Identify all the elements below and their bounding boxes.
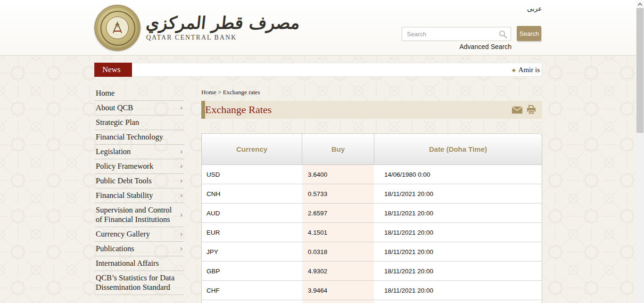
sidebar-item-public-debt-tools[interactable]: Public Debt Tools › bbox=[94, 174, 184, 188]
chevron-right-icon: › bbox=[180, 210, 183, 220]
qcb-seal-icon bbox=[94, 5, 140, 51]
sidebar-item-financial-stability[interactable]: Financial Stability › bbox=[94, 188, 184, 203]
search-input[interactable] bbox=[402, 27, 511, 41]
table-row: CNH 0.5733 18/11/2021 20:00 bbox=[202, 184, 542, 204]
qcb-logo[interactable]: مصرف قطر المركزي QATAR CENTRAL BANK bbox=[94, 5, 300, 51]
title-accent-bar bbox=[201, 101, 205, 119]
table-row-partial bbox=[202, 300, 542, 303]
search-box bbox=[402, 27, 511, 41]
chevron-right-icon: › bbox=[180, 191, 183, 200]
sidebar-item-strategic-plan[interactable]: Strategic Plan bbox=[94, 115, 184, 130]
sidebar-item-about-qcb[interactable]: About QCB › bbox=[94, 101, 184, 115]
column-header-date: Date (Doha Time) bbox=[374, 134, 542, 164]
breadcrumb-separator: > bbox=[218, 89, 221, 96]
news-label: News bbox=[94, 63, 132, 77]
diamond-bullet-icon: ◆ bbox=[512, 67, 516, 73]
page-title: Exchange Rates bbox=[205, 104, 272, 116]
news-bar: News ◆ Amir is bbox=[94, 63, 542, 77]
table-row: AUD 2.6597 18/11/2021 20:00 bbox=[202, 204, 542, 223]
vertical-scrollbar[interactable] bbox=[636, 0, 644, 303]
site-header: مصرف قطر المركزي QATAR CENTRAL BANK عربى… bbox=[0, 0, 644, 56]
table-row: EUR 4.1501 18/11/2021 20:00 bbox=[202, 223, 542, 242]
search-icon[interactable] bbox=[498, 30, 507, 39]
chevron-right-icon: › bbox=[180, 162, 183, 171]
chevron-right-icon: › bbox=[180, 103, 183, 113]
breadcrumb-current: Exchange rates bbox=[223, 89, 260, 96]
arabic-language-link[interactable]: عربى bbox=[527, 5, 542, 12]
chevron-right-icon: › bbox=[180, 229, 183, 239]
table-row: JPY 0.0318 18/11/2021 20:00 bbox=[202, 242, 542, 262]
bank-name-english: QATAR CENTRAL BANK bbox=[146, 34, 300, 41]
advanced-search-link[interactable]: Advanced Search bbox=[424, 43, 512, 50]
email-icon[interactable] bbox=[512, 106, 523, 114]
breadcrumb: Home > Exchange rates bbox=[201, 89, 542, 96]
search-button[interactable]: Search bbox=[517, 26, 541, 41]
table-row: USD 3.6400 14/06/1980 0:00 bbox=[202, 165, 542, 184]
print-icon[interactable] bbox=[526, 105, 537, 115]
sidebar-item-publications[interactable]: Publications › bbox=[94, 242, 184, 256]
scroll-up-arrow[interactable] bbox=[636, 0, 644, 8]
sidebar-item-financial-technology[interactable]: Financial Technology bbox=[94, 130, 184, 145]
sidebar-item-international-affairs[interactable]: International Affairs bbox=[94, 256, 184, 271]
sidebar-item-supervision[interactable]: Supervision and Control of Financial Ins… bbox=[94, 203, 184, 227]
news-ticker: ◆ Amir is bbox=[132, 63, 542, 77]
column-header-currency: Currency bbox=[202, 134, 302, 164]
chevron-right-icon: › bbox=[180, 176, 183, 186]
emblem-icon bbox=[111, 21, 124, 35]
sidebar-item-legislation[interactable]: Legislation › bbox=[94, 145, 184, 159]
chevron-right-icon: › bbox=[180, 244, 183, 254]
exchange-rates-table: Currency Buy Date (Doha Time) USD 3.6400… bbox=[201, 133, 542, 303]
sidebar-nav: Home About QCB › Strategic Plan Financia… bbox=[94, 86, 184, 295]
chevron-right-icon: › bbox=[180, 147, 183, 156]
page-title-bar: Exchange Rates bbox=[201, 101, 542, 119]
main-content: Home > Exchange rates Exchange Rates bbox=[201, 89, 542, 303]
column-header-buy: Buy bbox=[302, 134, 374, 164]
sidebar-item-home[interactable]: Home bbox=[94, 86, 184, 101]
sidebar-item-policy-framework[interactable]: Policy Framework › bbox=[94, 159, 184, 174]
qcb-exchange-rates-page: مصرف قطر المركزي QATAR CENTRAL BANK عربى… bbox=[0, 0, 644, 303]
table-header-row: Currency Buy Date (Doha Time) bbox=[202, 133, 542, 165]
breadcrumb-home[interactable]: Home bbox=[201, 89, 216, 96]
bank-name-arabic: مصرف قطر المركزي bbox=[145, 13, 301, 32]
sidebar-item-qcb-statistics[interactable]: QCB’s Statistics for Data Dissemination … bbox=[94, 271, 184, 295]
scrollbar-thumb[interactable] bbox=[636, 8, 644, 133]
sidebar-item-currency-gallery[interactable]: Currency Gallery › bbox=[94, 227, 184, 242]
table-row: GBP 4.9302 18/11/2021 20:00 bbox=[202, 262, 542, 281]
table-row: CHF 3.9464 18/11/2021 20:00 bbox=[202, 281, 542, 300]
news-ticker-item[interactable]: Amir is bbox=[519, 66, 540, 74]
